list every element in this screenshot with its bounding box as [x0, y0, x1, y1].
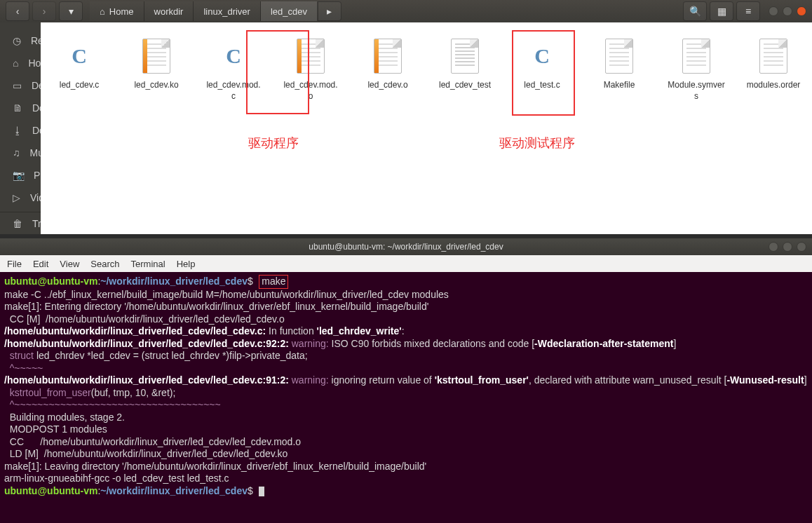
term-line: /home/ubuntu/workdir/linux_driver/led_cd… [4, 338, 292, 349]
text-file-icon [682, 39, 710, 74]
close-button[interactable] [797, 6, 806, 16]
file-led-cdev-test[interactable]: led_cdev_test [436, 36, 494, 91]
home-icon: ⌂ [13, 57, 18, 69]
menu-help[interactable]: Help [177, 259, 196, 269]
sidebar-item-desktop[interactable]: ▭Desktop [0, 74, 41, 97]
sidebar-item-label: Documents [32, 102, 41, 114]
menu-terminal[interactable]: Terminal [131, 259, 165, 269]
recent-icon: ◷ [13, 35, 21, 46]
text-file-icon [759, 39, 787, 74]
sidebar-item-trash[interactable]: 🗑Trash [0, 212, 41, 234]
breadcrumb: ⌂Home workdir linux_driver led_cdev ▸ [90, 1, 341, 21]
menu-view[interactable]: View [60, 259, 79, 269]
term-line: make[1]: Entering directory '/home/ubunt… [4, 301, 428, 312]
sidebar-item-videos[interactable]: ▷Videos [0, 186, 41, 209]
term-line: struct [4, 350, 36, 361]
sidebar-item-label: Home [28, 57, 41, 69]
terminal-minimize-button[interactable] [769, 242, 778, 252]
prompt-path: ~/workdir/linux_driver/led_cdev [100, 485, 248, 496]
breadcrumb-home[interactable]: ⌂Home [90, 1, 144, 21]
terminal-close-button[interactable] [797, 242, 806, 252]
terminal-titlebar[interactable]: ubuntu@ubuntu-vm: ~/workdir/linux_driver… [0, 238, 812, 255]
maximize-button[interactable] [783, 6, 792, 16]
command-highlight: make [259, 275, 288, 289]
downloads-icon: ⭳ [13, 125, 22, 136]
pictures-icon: 📷 [13, 170, 24, 181]
sidebar-item-label: Downloads [32, 125, 41, 136]
sidebar-item-pictures[interactable]: 📷Pictures [0, 164, 41, 186]
path-toggle-button[interactable]: ▾ [59, 1, 83, 21]
object-file-icon [374, 39, 402, 74]
file-led-cdev-o[interactable]: led_cdev.o [359, 36, 417, 91]
c-source-icon: C [218, 41, 249, 72]
prompt-path: ~/workdir/linux_driver/led_cdev [100, 276, 248, 287]
window-controls [769, 6, 806, 16]
term-line: CC [M] /home/ubuntu/workdir/linux_driver… [4, 313, 285, 325]
breadcrumb-led-cdev[interactable]: led_cdev [261, 1, 318, 21]
documents-icon: 🗎 [13, 102, 22, 114]
file-led-cdev-c[interactable]: Cled_cdev.c [50, 36, 108, 91]
annotation-driver: 驱动程序 [248, 135, 299, 151]
term-line: make -C ../ebf_linux_kernel/build_image/… [4, 289, 449, 300]
back-button[interactable]: ‹ [6, 1, 29, 21]
term-line: /home/ubuntu/workdir/linux_driver/led_cd… [4, 374, 292, 386]
term-line: Building modules, stage 2. [4, 412, 125, 423]
terminal-menubar: File Edit View Search Terminal Help [0, 255, 812, 272]
file-makefile[interactable]: Makefile [590, 36, 648, 91]
sidebar-item-home[interactable]: ⌂Home [0, 52, 41, 74]
file-module-symvers[interactable]: Module.symvers [668, 36, 725, 102]
sidebar-item-label: Music [30, 147, 41, 158]
term-line: kstrtoul_from_user [4, 387, 91, 398]
sidebar-item-label: Videos [30, 192, 41, 203]
terminal-cursor [259, 487, 264, 496]
terminal-window-controls [769, 242, 806, 252]
annotation-test: 驱动测试程序 [499, 135, 575, 151]
text-file-icon [605, 39, 633, 74]
menu-button[interactable]: ≡ [736, 1, 760, 21]
minimize-button[interactable] [769, 6, 778, 16]
music-icon: ♫ [13, 147, 20, 158]
kernel-object-icon [142, 39, 170, 74]
sidebar-item-label: Recent [31, 35, 41, 46]
terminal-content[interactable]: ubuntu@ubuntu-vm:~/workdir/linux_driver/… [0, 272, 812, 523]
sidebar-item-music[interactable]: ♫Music [0, 142, 41, 164]
term-line: /home/ubuntu/workdir/linux_driver/led_cd… [4, 325, 266, 337]
prompt-host: ubuntu-vm [47, 485, 97, 496]
menu-search[interactable]: Search [90, 259, 119, 269]
trash-icon: 🗑 [13, 218, 22, 229]
sidebar-item-documents[interactable]: 🗎Documents [0, 97, 41, 119]
file-grid[interactable]: Cled_cdev.c led_cdev.ko Cled_cdev.mod.c … [41, 22, 812, 234]
sidebar-item-downloads[interactable]: ⭳Downloads [0, 119, 41, 142]
term-line: arm-linux-gnueabihf-gcc -o led_cdev_test… [4, 473, 229, 484]
file-manager-window: ‹ › ▾ ⌂Home workdir linux_driver led_cde… [0, 0, 812, 234]
breadcrumb-workdir[interactable]: workdir [144, 1, 194, 21]
term-line: MODPOST 1 modules [4, 423, 107, 435]
prompt-user: ubuntu [4, 485, 37, 496]
terminal-title: ubuntu@ubuntu-vm: ~/workdir/linux_driver… [309, 242, 503, 252]
desktop-icon: ▭ [13, 80, 22, 91]
menu-edit[interactable]: Edit [33, 259, 48, 269]
view-toggle-button[interactable]: ▦ [710, 1, 733, 21]
sidebar: ◷Recent ⌂Home ▭Desktop 🗎Documents ⭳Downl… [0, 22, 41, 234]
prompt-user: ubuntu [4, 276, 37, 287]
terminal-window: ubuntu@ubuntu-vm: ~/workdir/linux_driver… [0, 238, 812, 523]
search-button[interactable]: 🔍 [683, 1, 707, 21]
term-line: ^~~~~~ [4, 362, 43, 374]
home-icon: ⌂ [100, 6, 105, 17]
term-line: ^~~~~~~~~~~~~~~~~~~~~~~~~~~~~~~~~~~~~ [4, 399, 221, 410]
file-led-cdev-ko[interactable]: led_cdev.ko [128, 36, 185, 91]
c-source-icon: C [64, 41, 95, 72]
term-line: CC /home/ubuntu/workdir/linux_driver/led… [4, 436, 301, 447]
sidebar-item-recent[interactable]: ◷Recent [0, 29, 41, 52]
file-modules-order[interactable]: modules.order [745, 36, 802, 91]
file-led-test-c[interactable]: Cled_test.c [513, 36, 571, 91]
forward-button[interactable]: › [32, 1, 56, 21]
terminal-maximize-button[interactable] [783, 242, 792, 252]
file-led-cdev-mod-o[interactable]: led_cdev.mod.o [282, 36, 339, 102]
breadcrumb-linux-driver[interactable]: linux_driver [194, 1, 260, 21]
file-manager-body: ◷Recent ⌂Home ▭Desktop 🗎Documents ⭳Downl… [0, 22, 812, 234]
breadcrumb-overflow[interactable]: ▸ [318, 1, 341, 21]
file-led-cdev-mod-c[interactable]: Cled_cdev.mod.c [205, 36, 262, 102]
menu-file[interactable]: File [7, 259, 22, 269]
c-source-icon: C [527, 41, 557, 72]
